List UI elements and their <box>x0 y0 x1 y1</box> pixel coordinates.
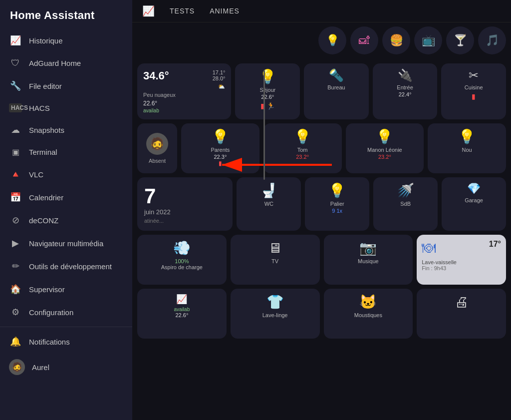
aspiro-icon: 💨 <box>142 240 222 256</box>
outils-icon: ✏ <box>9 261 22 272</box>
cuisine-card[interactable]: ✂ Cuisine ▮ <box>441 63 506 119</box>
sidebar-item-label: VLC <box>29 170 123 179</box>
lave-vaisselle-card[interactable]: 🍽 17° Lave-vaisselle Fin : 9h43 <box>417 235 506 285</box>
sidebar-item-label: Supervisor <box>29 285 123 294</box>
date-month: juin 2022 <box>144 208 226 216</box>
music-icon-circle[interactable]: 🎵 <box>478 26 506 54</box>
tom-label: Tom <box>268 147 337 153</box>
lave-vaisselle-label: Lave-vaisselle <box>422 259 501 265</box>
palier-card[interactable]: 💡 Palier 9 1x <box>305 177 369 231</box>
main-content: 📈 TESTS ANIMES 💡 🛋 🍔 📺 🍸 🎵 34.6° 17.1° 2… <box>132 0 511 420</box>
garage-label: Garage <box>447 197 501 203</box>
sidebar-item-calendrier[interactable]: 📅 Calendrier <box>0 186 132 209</box>
sidebar-item-notifications[interactable]: 🔔 Notifications <box>0 330 132 353</box>
entree-card[interactable]: 🔌 Entrée 22.4° <box>373 63 438 119</box>
sidebar-item-outils[interactable]: ✏ Outils de développement <box>0 255 132 278</box>
sejour-status-run: 🏃 <box>266 102 275 110</box>
burger-icon-circle[interactable]: 🍔 <box>382 26 410 54</box>
sidebar-item-deconz[interactable]: ⊘ deCONZ <box>0 209 132 232</box>
musique-card[interactable]: 📷 Musique <box>324 235 413 285</box>
tab-tests[interactable]: TESTS <box>170 7 195 20</box>
tv-card[interactable]: 🖥 TV <box>231 235 320 285</box>
tom-icon: 💡 <box>268 128 337 145</box>
garage-icon: 💎 <box>447 182 501 195</box>
bureau-label: Bureau <box>309 84 364 90</box>
lamp-icon-circle[interactable]: 💡 <box>318 26 346 54</box>
aspiro-label: Aspiro de charge <box>142 264 222 270</box>
sensor-card[interactable]: 📈 availab 22.6° <box>137 289 227 339</box>
garage-card[interactable]: 💎 Garage <box>442 177 506 231</box>
weather-card[interactable]: 34.6° 17.1° 28.0° ⛅ Peu nuageux 22.6° av… <box>137 63 231 119</box>
sidebar-item-hacs[interactable]: HACS HACS <box>0 97 132 118</box>
lave-linge-card[interactable]: 👕 Lave-linge <box>231 289 320 339</box>
tom-card[interactable]: 💡 Tom 23.2° <box>263 123 342 173</box>
sidebar-item-label: Calendrier <box>29 193 123 202</box>
sidebar-item-snapshots[interactable]: ☁ Snapshots <box>0 118 132 141</box>
weather-desc: Peu nuageux <box>143 92 225 98</box>
parents-card[interactable]: 💡 Parents 22.3° ▮ <box>181 123 259 173</box>
sdb-card[interactable]: 🚿 SdB <box>373 177 438 231</box>
nou-card[interactable]: 💡 Nou <box>428 123 506 173</box>
printer-card[interactable]: 🖨 <box>417 289 506 339</box>
lave-vaisselle-temp: 17° <box>489 240 501 249</box>
sensor-status: availab <box>142 307 222 312</box>
bureau-card[interactable]: 🔦 Bureau <box>304 63 369 119</box>
palier-label: Palier <box>310 201 364 207</box>
date-card[interactable]: 7 juin 2022 atinée... <box>137 177 233 231</box>
sidebar-user[interactable]: 🧔 Aurel <box>0 353 132 381</box>
adguard-icon: 🛡 <box>9 58 22 68</box>
cuisine-icon: ✂ <box>446 68 501 82</box>
manon-card[interactable]: 💡 Manon Léonie 23.2° <box>346 123 424 173</box>
sidebar-item-terminal[interactable]: ▣ Terminal <box>0 141 132 163</box>
sidebar-item-adguard[interactable]: 🛡 AdGuard Home <box>0 52 132 74</box>
cocktail-icon-circle[interactable]: 🍸 <box>446 26 474 54</box>
sidebar-item-label: Historique <box>29 36 123 45</box>
musique-label: Musique <box>329 258 408 264</box>
historique-icon: 📈 <box>9 35 22 46</box>
aspiro-card[interactable]: 💨 100% Aspiro de charge <box>137 235 227 285</box>
sejour-temp: 22.6° <box>240 94 295 100</box>
sidebar-item-historique[interactable]: 📈 Historique <box>0 29 132 52</box>
aspiro-percent: 100% <box>142 258 222 264</box>
sidebar-item-vlc[interactable]: 🔺 VLC <box>0 163 132 186</box>
lave-linge-label: Lave-linge <box>236 312 315 318</box>
sidebar-item-file-editor[interactable]: 🔧 File editor <box>0 74 132 97</box>
top-icon-row: 💡 🛋 🍔 📺 🍸 🎵 <box>132 22 511 58</box>
grid-row-3: 7 juin 2022 atinée... 🚽 WC 💡 Palier 9 1x… <box>137 177 506 231</box>
sidebar-item-label: Configuration <box>29 308 123 317</box>
sidebar-item-supervisor[interactable]: 🏠 Supervisor <box>0 278 132 301</box>
sejour-card[interactable]: 💡 Séjour 22.6° ▮ 🏃 <box>235 63 300 119</box>
wc-card[interactable]: 🚽 WC <box>237 177 301 231</box>
sdb-label: SdB <box>378 201 433 207</box>
tab-animes[interactable]: ANIMES <box>210 7 240 20</box>
chart-tab-icon[interactable]: 📈 <box>142 5 155 22</box>
sidebar-item-label: HACS <box>29 104 123 112</box>
navigateur-icon: ▶ <box>9 238 22 249</box>
tv-icon: 🖥 <box>236 240 315 256</box>
person-card[interactable]: 🧔 Absent <box>137 123 177 173</box>
manon-icon: 💡 <box>351 128 419 145</box>
tv-icon-circle[interactable]: 📺 <box>414 26 442 54</box>
sidebar-item-navigateur[interactable]: ▶ Navigateur multimédia <box>0 232 132 255</box>
weather-temp2: 28.0° <box>213 75 226 81</box>
hacs-icon: HACS <box>9 103 22 112</box>
entree-icon: 🔌 <box>378 68 433 82</box>
cuisine-status: ▮ <box>472 92 476 100</box>
sidebar-item-label: AdGuard Home <box>29 59 123 67</box>
sidebar-item-label: Navigateur multimédia <box>29 239 123 248</box>
sidebar-item-label: Outils de développement <box>29 262 123 271</box>
entree-temp: 22.4° <box>378 91 433 97</box>
nou-label: Nou <box>433 147 501 153</box>
wc-label: WC <box>242 201 296 207</box>
printer-icon: 🖨 <box>422 294 501 310</box>
moustiques-card[interactable]: 🐱 Moustiques <box>324 289 413 339</box>
sofa-icon-circle[interactable]: 🛋 <box>350 26 378 54</box>
snapshots-icon: ☁ <box>9 124 22 135</box>
person-avatar: 🧔 <box>146 133 168 155</box>
grid-row-1: 34.6° 17.1° 28.0° ⛅ Peu nuageux 22.6° av… <box>137 63 506 119</box>
sejour-lamp-icon: 💡 <box>240 68 295 85</box>
parents-status: ▮ <box>186 160 255 167</box>
content-area: 34.6° 17.1° 28.0° ⛅ Peu nuageux 22.6° av… <box>132 58 511 420</box>
sidebar-item-configuration[interactable]: ⚙ Configuration <box>0 301 132 324</box>
parents-icon: 💡 <box>186 128 255 145</box>
